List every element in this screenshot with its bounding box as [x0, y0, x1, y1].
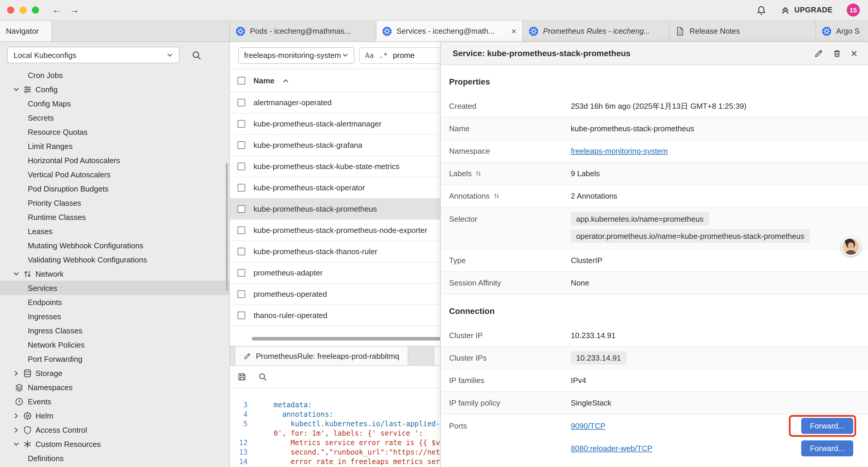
sidebar-item-leases[interactable]: Leases	[0, 224, 229, 238]
delete-trash-icon[interactable]	[833, 49, 841, 58]
sidebar-item-network[interactable]: Network	[0, 267, 229, 281]
sidebar-item-helm[interactable]: Helm	[0, 408, 229, 423]
sidebar-item-priority-classes[interactable]: Priority Classes	[0, 196, 229, 210]
sidebar-item-validating-webhook-configurations[interactable]: Validating Webhook Configurations	[0, 253, 229, 267]
count-badge[interactable]: 15	[847, 4, 860, 17]
sidebar-item-definitions[interactable]: Definitions	[0, 451, 229, 465]
sidebar-item-access-control[interactable]: Access Control	[0, 423, 229, 437]
sidebar-item-custom-resources[interactable]: Custom Resources	[0, 437, 229, 451]
navigator-title[interactable]: Navigator	[0, 21, 52, 41]
port-link[interactable]: 9090/TCP	[571, 421, 606, 430]
match-case-toggle[interactable]: Aa	[365, 51, 374, 59]
kubeconfig-selector[interactable]: Local Kubeconfigs	[7, 47, 180, 63]
tab-prometheus-rules[interactable]: Prometheus Rules - icecheng...	[523, 21, 670, 41]
row-checkbox[interactable]	[238, 141, 245, 149]
sidebar-item-horizontal-pod-autoscalers[interactable]: Horizontal Pod Autoscalers	[0, 153, 229, 167]
row-checkbox[interactable]	[238, 120, 245, 128]
row-checkbox[interactable]	[238, 184, 245, 192]
tab-argo[interactable]: Argo S	[816, 21, 868, 41]
close-tab-icon[interactable]: ×	[511, 27, 517, 35]
upgrade-icon	[781, 5, 790, 15]
sidebar-item-config-maps[interactable]: Config Maps	[0, 96, 229, 111]
ports-row: Ports 9090/TCP Forward... 8080:reloader-…	[441, 414, 868, 459]
dock-tab-prometheusrule[interactable]: PrometheusRule: freeleaps-prod-rabbitmq	[235, 346, 408, 365]
port-link[interactable]: 8080:reloader-web/TCP	[571, 444, 652, 453]
sidebar-item-events[interactable]: Events	[0, 394, 229, 408]
sidebar-item-pod-disruption-budgets[interactable]: Pod Disruption Budgets	[0, 181, 229, 196]
ip-families-value: IPv4	[571, 376, 586, 385]
ip-families-row: IP families IPv4	[441, 370, 868, 392]
tab-services[interactable]: Services - icecheng@math... ×	[376, 21, 523, 41]
kubernetes-icon	[822, 26, 831, 36]
chevron-right-icon	[13, 427, 20, 433]
sidebar-item-services[interactable]: Services	[0, 281, 229, 295]
type-row: Type ClusterIP	[441, 250, 868, 272]
horizontal-scrollbar[interactable]	[252, 337, 441, 341]
expand-toggle-icon[interactable]	[493, 193, 500, 199]
sidebar-item-limit-ranges[interactable]: Limit Ranges	[0, 139, 229, 153]
app-window: ← → UPGRADE 15 Navigator Pods - icecheng…	[0, 0, 868, 467]
row-checkbox[interactable]	[238, 205, 245, 213]
document-icon	[675, 26, 685, 36]
row-checkbox[interactable]	[238, 163, 245, 170]
sort-ascending-icon[interactable]	[283, 77, 289, 84]
selector-row: Selector app.kubernetes.io/name=promethe…	[441, 207, 868, 250]
sidebar-item-endpoints[interactable]: Endpoints	[0, 295, 229, 309]
sidebar-search-icon[interactable]	[191, 50, 202, 60]
notifications-bell-icon[interactable]	[756, 5, 767, 15]
row-checkbox[interactable]	[238, 269, 245, 276]
sidebar-item-secrets[interactable]: Secrets	[0, 111, 229, 125]
cluster-ips-row: Cluster IPs 10.233.14.91	[441, 347, 868, 370]
port-line: 8080:reloader-web/TCP Forward...	[571, 437, 860, 459]
sidebar-item-storage[interactable]: Storage	[0, 366, 229, 380]
session-affinity-value: None	[571, 279, 589, 287]
sidebar-item-namespaces[interactable]: Namespaces	[0, 380, 229, 394]
pencil-icon	[243, 352, 251, 360]
namespace-link[interactable]: freeleaps-monitoring-system	[571, 147, 668, 155]
save-icon[interactable]	[238, 372, 246, 381]
sidebar-item-vertical-pod-autoscalers[interactable]: Vertical Pod Autoscalers	[0, 167, 229, 181]
sidebar-item-mutating-webhook-configurations[interactable]: Mutating Webhook Configurations	[0, 238, 229, 253]
port-line: 9090/TCP Forward...	[571, 414, 860, 437]
sidebar-item-ingress-classes[interactable]: Ingress Classes	[0, 323, 229, 338]
regex-toggle[interactable]: .*	[379, 51, 388, 59]
maximize-window-button[interactable]	[32, 6, 39, 13]
tab-release-notes[interactable]: Release Notes	[670, 21, 816, 41]
back-button[interactable]: ←	[50, 5, 64, 16]
editor-search-icon[interactable]	[258, 372, 267, 381]
minimize-window-button[interactable]	[20, 6, 27, 13]
namespace-filter-select[interactable]: freeleaps-monitoring-system	[238, 47, 354, 63]
row-checkbox[interactable]	[238, 290, 245, 298]
row-checkbox[interactable]	[238, 248, 245, 255]
edit-pencil-icon[interactable]	[814, 49, 823, 58]
sidebar-item-port-forwarding[interactable]: Port Forwarding	[0, 352, 229, 366]
row-checkbox[interactable]	[238, 99, 245, 107]
helm-icon	[23, 411, 32, 420]
custom-resources-icon	[23, 439, 32, 448]
row-checkbox[interactable]	[238, 312, 245, 319]
tab-pods[interactable]: Pods - icecheng@mathmas...	[230, 21, 376, 41]
close-window-button[interactable]	[7, 6, 14, 13]
upgrade-button[interactable]: UPGRADE	[781, 5, 833, 15]
close-drawer-icon[interactable]: ×	[851, 48, 857, 59]
sidebar-item-resource-quotas[interactable]: Resource Quotas	[0, 125, 229, 139]
user-avatar[interactable]	[841, 237, 860, 256]
chevron-down-icon	[13, 86, 20, 92]
sidebar-item-runtime-classes[interactable]: Runtime Classes	[0, 210, 229, 224]
name-value: kube-prometheus-stack-prometheus	[571, 124, 694, 133]
forward-button[interactable]: Forward...	[801, 440, 853, 456]
select-all-checkbox[interactable]	[238, 77, 245, 84]
sidebar-item-network-policies[interactable]: Network Policies	[0, 338, 229, 352]
tab-bar: Navigator Pods - icecheng@mathmas... Ser…	[0, 21, 868, 42]
forward-button[interactable]: Forward...	[801, 418, 853, 434]
name-column-header[interactable]: Name	[253, 76, 275, 85]
chevron-down-icon	[13, 270, 20, 277]
sidebar-item-cron-jobs[interactable]: Cron Jobs	[0, 68, 229, 82]
expand-toggle-icon[interactable]	[475, 170, 482, 177]
sidebar-item-ingresses[interactable]: Ingresses	[0, 309, 229, 323]
sidebar-scrollbar[interactable]	[226, 163, 228, 291]
row-checkbox[interactable]	[238, 226, 245, 234]
forward-button[interactable]: →	[67, 5, 82, 16]
sidebar-item-config[interactable]: Config	[0, 82, 229, 96]
person-icon	[843, 238, 859, 255]
